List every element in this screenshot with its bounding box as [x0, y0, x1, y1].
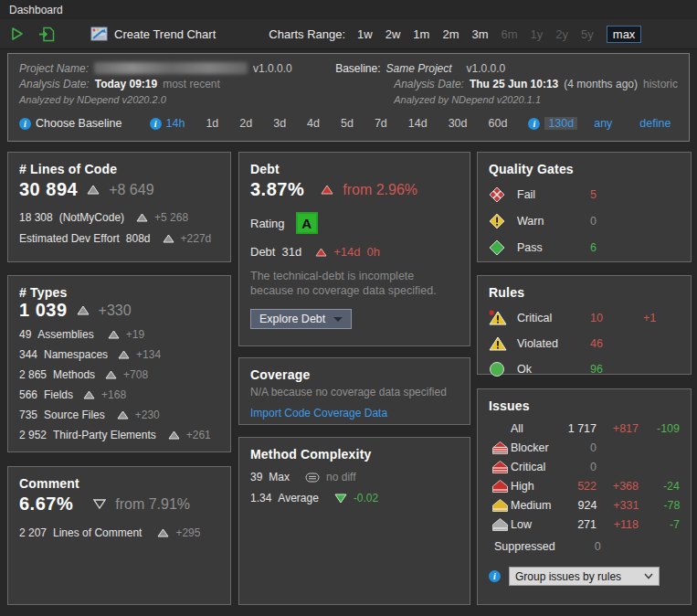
critical-severity-icon: [492, 461, 508, 473]
explore-debt-button[interactable]: Explore Debt: [250, 309, 352, 329]
baseline-option-2d[interactable]: 2d: [239, 117, 252, 130]
rules-critical-label: Critical: [517, 312, 590, 324]
issues-low-label: Low: [511, 518, 551, 531]
row-diff: +19: [126, 328, 144, 341]
critical-rule-icon: [489, 310, 507, 325]
baseline-option-130d-selected[interactable]: 130d: [544, 117, 577, 130]
chevron-down-icon: [333, 317, 343, 322]
baseline-analyzed-by: Analyzed by NDepend v2020.1.1: [394, 94, 541, 105]
choose-baseline-label: Choose Baseline: [36, 117, 122, 130]
toolbar: Create Trend Chart Charts Range: 1w 2w 1…: [0, 19, 697, 49]
baseline-option-7d[interactable]: 7d: [375, 117, 387, 130]
info-icon[interactable]: [150, 118, 162, 130]
baseline-option-30d[interactable]: 30d: [449, 117, 468, 130]
analysis-date-value: Today 09:19: [95, 78, 157, 90]
range-option-2y[interactable]: 2y: [555, 27, 568, 41]
analyzed-by: Analyzed by NDepend v2020.2.0: [19, 94, 166, 105]
debt-panel: Debt 3.87% from 2.96% Rating A Debt 31d …: [238, 152, 470, 346]
panel-title: Comment: [19, 476, 219, 491]
export-report-icon: [38, 27, 56, 42]
red-up-triangle-icon: [315, 248, 327, 257]
baseline-option-define[interactable]: define: [639, 117, 671, 130]
info-icon[interactable]: [528, 118, 540, 130]
issues-all-label: All: [511, 422, 551, 435]
range-option-6m[interactable]: 6m: [502, 27, 518, 41]
baseline-analysis-date-label: Analysis Date:: [394, 78, 464, 90]
create-trend-chart-label: Create Trend Chart: [114, 27, 216, 41]
baseline-option-14d[interactable]: 14d: [408, 117, 428, 130]
rules-violated-count: 46: [590, 337, 627, 350]
debt-from: from 2.96%: [343, 182, 417, 198]
choose-baseline-bar: Choose Baseline 14h 1d 2d 3d 4d 5d 7d 14…: [19, 117, 678, 130]
baseline-option-4d[interactable]: 4d: [307, 117, 320, 130]
dev-effort-value: 808d: [126, 232, 151, 245]
qg-fail-label: Fail: [517, 188, 590, 201]
medium-severity-icon: [492, 499, 508, 512]
warn-diamond-icon: [489, 213, 505, 229]
baseline-option-any[interactable]: any: [594, 117, 612, 130]
avg-diff: -0.02: [354, 492, 378, 504]
baseline-analysis-date-value: Thu 25 Jun 10:13: [470, 78, 558, 90]
charts-range-label: Charts Range:: [269, 27, 345, 41]
blocker-severity-icon: [492, 441, 508, 454]
issues-medium-added: +331: [597, 499, 639, 512]
issues-high-added: +368: [597, 480, 639, 493]
range-option-2w[interactable]: 2w: [385, 27, 401, 41]
row-label: Assemblies: [37, 328, 93, 341]
rules-critical-diff: +1: [643, 312, 656, 324]
export-report-button[interactable]: [38, 27, 56, 42]
row-value: 344: [19, 348, 37, 361]
range-option-5y[interactable]: 5y: [581, 27, 594, 41]
baseline-option-60d[interactable]: 60d: [489, 117, 508, 130]
info-icon[interactable]: [489, 570, 501, 582]
range-option-2m[interactable]: 2m: [442, 27, 459, 41]
types-panel: # Types 1 039 +330 49 Assemblies +19 344…: [7, 275, 231, 452]
group-issues-dropdown[interactable]: Group issues by rules: [509, 567, 660, 586]
qg-pass-label: Pass: [517, 241, 590, 254]
lines-of-code-panel: # Lines of Code 30 894 +8 649 18 308 (No…: [7, 152, 231, 262]
notmycode-diff: +5 268: [154, 211, 188, 224]
range-option-3m[interactable]: 3m: [471, 27, 488, 41]
types-value: 1 039: [19, 300, 68, 321]
range-option-1y[interactable]: 1y: [531, 27, 544, 41]
chevron-down-icon: [644, 573, 653, 579]
range-option-max-selected[interactable]: max: [607, 26, 642, 43]
import-coverage-link[interactable]: Import Code Coverage Data: [250, 407, 459, 420]
rules-ok-count: 96: [590, 363, 627, 376]
baseline-option-14h[interactable]: 14h: [166, 117, 185, 130]
issues-high-removed: -24: [639, 480, 680, 493]
issues-high-label: High: [511, 480, 551, 493]
play-icon: [10, 27, 24, 41]
baseline-analysis-date-ago: (4 months ago): [564, 78, 638, 90]
baseline-option-1d[interactable]: 1d: [206, 117, 218, 130]
row-diff: +134: [136, 348, 161, 361]
max-diff: no diff: [326, 471, 355, 483]
baseline-analysis-date-note: historic: [643, 78, 678, 90]
tab-dashboard[interactable]: Dashboard: [9, 4, 63, 16]
issues-low-added: +118: [597, 518, 639, 531]
red-up-triangle-icon: [321, 185, 333, 195]
up-triangle-icon: [77, 305, 90, 315]
baseline-option-3d[interactable]: 3d: [273, 117, 286, 130]
comment-lines-label: Lines of Comment: [53, 526, 142, 539]
panel-title: # Lines of Code: [19, 162, 219, 176]
debt-days-label: Debt: [250, 245, 275, 259]
issues-suppressed-count: 0: [555, 540, 601, 553]
range-option-1m[interactable]: 1m: [413, 27, 429, 41]
create-trend-chart-button[interactable]: Create Trend Chart: [90, 27, 216, 41]
up-triangle-icon: [136, 213, 148, 222]
avg-label: Average: [278, 492, 318, 504]
up-triangle-icon: [87, 185, 100, 195]
dev-effort-diff: +227d: [181, 232, 212, 245]
baseline-option-5d[interactable]: 5d: [341, 117, 354, 130]
issues-medium-label: Medium: [511, 499, 551, 512]
range-option-1w[interactable]: 1w: [357, 27, 373, 41]
run-analysis-button[interactable]: [10, 27, 24, 41]
row-label: Source Files: [44, 409, 105, 421]
issues-low-removed: -7: [639, 518, 680, 531]
rating-badge: A: [296, 212, 318, 234]
fail-diamond-icon: [489, 186, 505, 203]
row-label: Third-Party Elements: [53, 429, 156, 441]
issues-low-count: 271: [551, 518, 597, 531]
info-icon[interactable]: [19, 118, 31, 130]
